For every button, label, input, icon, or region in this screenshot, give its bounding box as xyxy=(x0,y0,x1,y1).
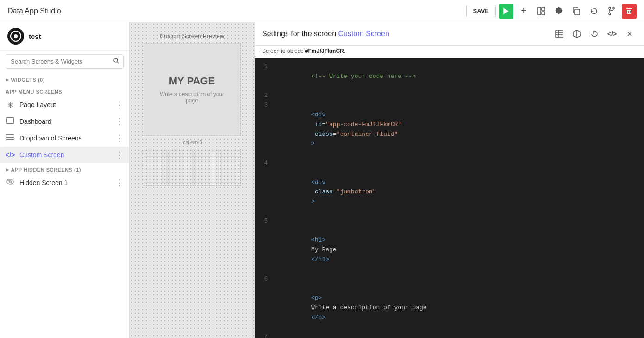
widgets-chevron: ▶ xyxy=(6,77,9,82)
app-menu-label: APP MENU SCREENS xyxy=(0,85,129,96)
code-view-button[interactable]: </> xyxy=(605,27,619,41)
search-input[interactable] xyxy=(6,55,109,68)
svg-rect-4 xyxy=(575,9,580,15)
widgets-section: ▶ WIDGETS (0) xyxy=(0,72,129,85)
item-menu-icon[interactable]: ⋮ xyxy=(115,150,124,160)
hidden-label: APP HIDDEN SCREENS (1) xyxy=(11,167,81,172)
bars-icon xyxy=(6,134,15,143)
history-button[interactable] xyxy=(587,4,601,19)
avatar-ring xyxy=(10,31,21,42)
sidebar-item-dashboard[interactable]: Dashboard ⋮ xyxy=(0,113,129,130)
hidden-chevron: ▶ xyxy=(6,167,9,172)
search-icon-button[interactable] xyxy=(109,55,123,68)
item-menu-icon[interactable]: ⋮ xyxy=(115,133,124,143)
cube-icon-button[interactable] xyxy=(570,27,584,41)
refresh-icon-button[interactable] xyxy=(588,27,601,41)
hidden-section-title[interactable]: ▶ APP HIDDEN SCREENS (1) xyxy=(6,167,124,172)
svg-point-6 xyxy=(609,13,611,15)
main-content: test ▶ WIDGETS (0) APP MENU SCREENS ✳ P xyxy=(0,22,644,338)
preview-col-label: .col-sm-3 xyxy=(181,140,202,145)
svg-rect-3 xyxy=(542,12,545,15)
sidebar-item-label: Dropdown of Screens xyxy=(19,134,111,142)
item-menu-icon[interactable]: ⋮ xyxy=(115,178,124,188)
app-name: test xyxy=(29,32,41,40)
code-line-3: 3 <div id="app-code-FmJfJFkmCR" class="c… xyxy=(255,101,644,159)
editor-area: Settings for the screen Custom Screen xyxy=(255,22,644,338)
sidebar-item-hidden-1[interactable]: Hidden Screen 1 ⋮ xyxy=(0,174,129,191)
copy-button[interactable] xyxy=(569,4,584,19)
settings-button[interactable] xyxy=(551,4,566,19)
app-hidden-label: ▶ APP HIDDEN SCREENS (1) xyxy=(0,163,129,174)
square-icon xyxy=(6,116,15,127)
code-icon: </> xyxy=(6,151,15,159)
svg-point-5 xyxy=(609,7,611,9)
preview-dotted-area xyxy=(144,149,241,186)
sidebar-item-label: Dashboard xyxy=(19,118,111,125)
widgets-label: WIDGETS (0) xyxy=(11,77,45,83)
close-editor-button[interactable]: × xyxy=(623,27,637,41)
run-button[interactable] xyxy=(499,4,513,19)
svg-line-9 xyxy=(118,62,119,64)
preview-page-title: MY PAGE xyxy=(169,75,215,87)
svg-point-8 xyxy=(114,58,118,62)
sidebar-item-label: Custom Screen xyxy=(19,151,111,159)
code-line-2: 2 xyxy=(255,91,644,101)
app-title: Data App Studio xyxy=(7,7,61,15)
editor-header: Settings for the screen Custom Screen xyxy=(255,22,644,46)
svg-marker-0 xyxy=(503,8,509,14)
preview-page-desc: Write a description of your page xyxy=(153,91,231,104)
widgets-section-title[interactable]: ▶ WIDGETS (0) xyxy=(6,75,124,84)
sidebar-item-label: Page Layout xyxy=(19,101,111,108)
item-menu-icon[interactable]: ⋮ xyxy=(115,116,124,127)
sidebar: test ▶ WIDGETS (0) APP MENU SCREENS ✳ P xyxy=(0,22,130,338)
save-button[interactable]: SAVE xyxy=(466,5,496,17)
sidebar-item-label: Hidden Screen 1 xyxy=(19,179,111,186)
svg-rect-1 xyxy=(538,7,541,15)
preview-area: Custom Screen Preview MY PAGE Write a de… xyxy=(130,22,255,338)
layout-button[interactable] xyxy=(534,4,549,19)
eye-slash-icon xyxy=(6,178,15,187)
code-editor[interactable]: 1 <!-- Write your code here --> 2 3 <div… xyxy=(255,58,644,338)
sidebar-header: test xyxy=(0,22,129,51)
search-box xyxy=(6,54,124,69)
code-line-4: 4 <div class="jumbotron" > xyxy=(255,159,644,217)
code-line-5: 5 <h1> My Page </h1> xyxy=(255,217,644,274)
code-line-1: 1 <!-- Write your code here --> xyxy=(255,62,644,91)
code-line-6: 6 <p> Write a description of your page <… xyxy=(255,274,644,332)
editor-subheader: Screen id object: #FmJfJFkmCR. xyxy=(255,46,644,58)
branch-button[interactable] xyxy=(604,4,619,19)
table-icon-button[interactable] xyxy=(552,27,566,41)
delete-button[interactable] xyxy=(622,4,637,19)
avatar-dot xyxy=(14,34,18,38)
asterisk-icon: ✳ xyxy=(6,101,15,109)
code-line-7: 7 </div> xyxy=(255,332,644,338)
sidebar-item-page-layout[interactable]: ✳ Page Layout ⋮ xyxy=(0,96,129,113)
avatar xyxy=(7,28,24,45)
add-button[interactable]: + xyxy=(516,4,531,19)
sidebar-item-custom-screen[interactable]: </> Custom Screen ⋮ xyxy=(0,147,129,163)
preview-frame: MY PAGE Write a description of your page xyxy=(144,43,241,136)
sidebar-item-dropdown[interactable]: Dropdown of Screens ⋮ xyxy=(0,130,129,147)
editor-title-text: Settings for the screen Custom Screen xyxy=(262,30,389,38)
topbar-right: SAVE + xyxy=(466,4,637,19)
item-menu-icon[interactable]: ⋮ xyxy=(115,100,124,110)
editor-header-icons: </> × xyxy=(552,27,637,41)
svg-rect-2 xyxy=(542,7,545,11)
svg-rect-10 xyxy=(7,117,13,124)
topbar: Data App Studio SAVE + xyxy=(0,0,644,22)
topbar-left: Data App Studio xyxy=(7,7,61,15)
preview-title: Custom Screen Preview xyxy=(160,27,224,43)
preview-wrapper: Custom Screen Preview MY PAGE Write a de… xyxy=(130,22,254,191)
svg-rect-16 xyxy=(556,30,563,38)
editor-title: Settings for the screen Custom Screen xyxy=(262,30,389,38)
